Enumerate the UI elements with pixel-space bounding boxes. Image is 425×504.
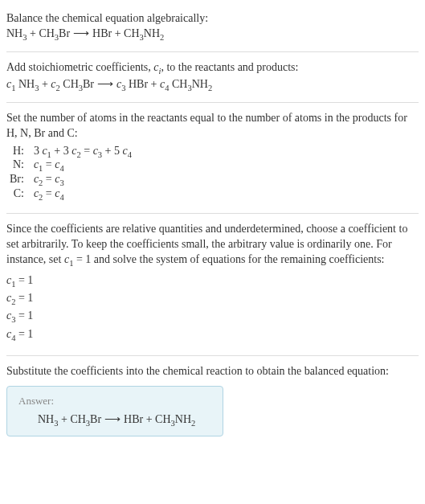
divider bbox=[6, 213, 419, 214]
solve-text: Since the coefficients are relative quan… bbox=[6, 222, 419, 269]
element-label: C: bbox=[6, 187, 31, 202]
element-equation: c2 = c3 bbox=[31, 173, 135, 187]
table-row: N: c1 = c4 bbox=[6, 158, 135, 173]
element-label: N: bbox=[6, 158, 31, 173]
table-row: Br: c2 = c3 bbox=[6, 173, 135, 187]
element-label: Br: bbox=[6, 173, 31, 187]
table-row: C: c2 = c4 bbox=[6, 187, 135, 202]
answer-label: Answer: bbox=[18, 395, 211, 408]
intro-text: Balance the chemical equation algebraica… bbox=[6, 11, 419, 27]
table-row: H: 3 c1 + 3 c2 = c3 + 5 c4 bbox=[6, 145, 135, 159]
answer-equation: NH3 + CH3Br⟶HBr + CH3NH2 bbox=[18, 412, 211, 428]
coeff-text: Add stoichiometric coefficients, ci, to … bbox=[6, 60, 419, 77]
element-equation: c2 = c4 bbox=[31, 187, 135, 202]
divider bbox=[6, 102, 419, 103]
answer-text: Substitute the coefficients into the che… bbox=[6, 364, 419, 379]
section-answer: Substitute the coefficients into the che… bbox=[6, 359, 419, 441]
divider bbox=[6, 51, 419, 52]
answer-box: Answer: NH3 + CH3Br⟶HBr + CH3NH2 bbox=[6, 386, 223, 436]
section-coefficients: Add stoichiometric coefficients, ci, to … bbox=[6, 55, 419, 99]
atom-balance-text: Set the number of atoms in the reactants… bbox=[6, 111, 419, 141]
section-balance-intro: Balance the chemical equation algebraica… bbox=[6, 6, 419, 48]
intro-equation: NH3 + CH3Br⟶HBr + CH3NH2 bbox=[6, 27, 419, 43]
coefficient-list: c1 = 1 c2 = 1 c3 = 1 c4 = 1 bbox=[6, 272, 419, 345]
element-equation: c1 = c4 bbox=[31, 158, 135, 173]
coefficient-value: c1 = 1 bbox=[6, 272, 419, 290]
atom-balance-table: H: 3 c1 + 3 c2 = c3 + 5 c4 N: c1 = c4 Br… bbox=[6, 145, 135, 202]
coefficient-value: c3 = 1 bbox=[6, 308, 419, 326]
coefficient-value: c4 = 1 bbox=[6, 326, 419, 344]
divider bbox=[6, 355, 419, 356]
coeff-equation: c1 NH3 + c2 CH3Br⟶c3 HBr + c4 CH3NH2 bbox=[6, 77, 419, 94]
section-solve: Since the coefficients are relative quan… bbox=[6, 217, 419, 353]
section-atom-balance: Set the number of atoms in the reactants… bbox=[6, 106, 419, 210]
coefficient-value: c2 = 1 bbox=[6, 290, 419, 308]
element-equation: 3 c1 + 3 c2 = c3 + 5 c4 bbox=[31, 145, 135, 159]
element-label: H: bbox=[6, 145, 31, 159]
